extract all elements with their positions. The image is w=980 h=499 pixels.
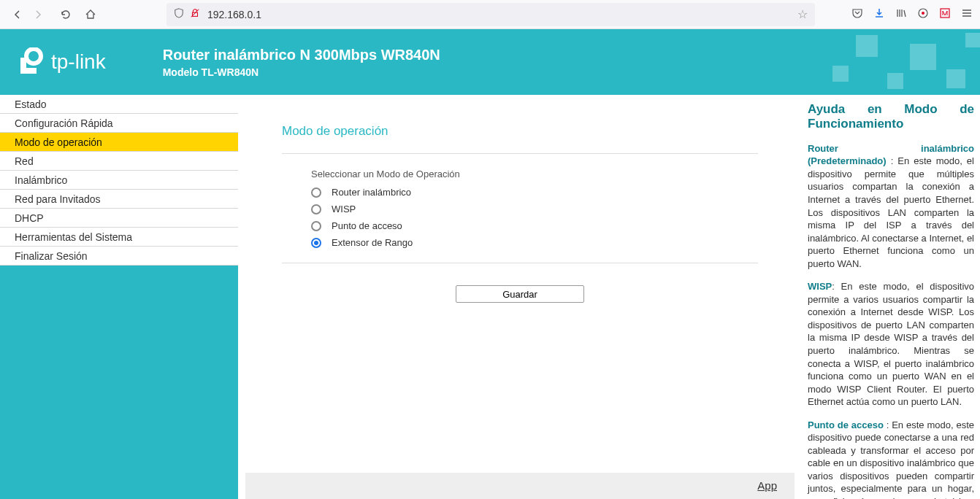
sidebar-item-label: DHCP xyxy=(15,212,44,224)
sidebar-item-label: Finalizar Sesión xyxy=(15,250,88,262)
sidebar: Estado Configuración Rápida Modo de oper… xyxy=(0,95,238,499)
browser-toolbar: 192.168.0.1 ☆ xyxy=(0,0,980,29)
footer-bar xyxy=(245,473,795,499)
help-text: : En este modo, el dispositivo permite q… xyxy=(808,155,974,268)
brand-logo: tp-link xyxy=(16,47,106,77)
main-panel: Modo de operación Seleccionar un Modo de… xyxy=(245,95,795,499)
radio-punto-acceso[interactable]: Punto de acceso xyxy=(311,220,758,231)
divider xyxy=(282,263,758,263)
tp-link-logo-icon xyxy=(16,47,45,77)
sidebar-item-label: Herramientas del Sistema xyxy=(15,231,132,243)
download-icon[interactable] xyxy=(873,7,885,21)
radio-label: Extensor de Rango xyxy=(332,237,413,248)
radio-icon xyxy=(311,187,321,198)
help-paragraph: WISP: En este modo, el dispositivo permi… xyxy=(808,280,974,408)
sidebar-item-configuracion-rapida[interactable]: Configuración Rápida xyxy=(0,114,238,133)
help-paragraph: Router inalámbrico (Predeterminado) : En… xyxy=(808,142,974,270)
form-label: Seleccionar un Modo de Operación xyxy=(311,169,758,179)
header-title: Router inalámbrico N 300Mbps WR840N xyxy=(163,47,440,63)
svg-rect-7 xyxy=(20,68,37,74)
back-button[interactable] xyxy=(7,4,28,25)
svg-point-5 xyxy=(26,49,41,63)
insecure-lock-icon xyxy=(190,8,200,20)
radio-label: Router inalámbrico xyxy=(332,187,411,198)
save-button[interactable]: Guardar xyxy=(456,285,584,303)
sidebar-item-finalizar-sesion[interactable]: Finalizar Sesión xyxy=(0,247,238,266)
sidebar-item-estado[interactable]: Estado xyxy=(0,95,238,114)
library-icon[interactable] xyxy=(895,7,907,21)
app-link[interactable]: App xyxy=(757,479,777,492)
radio-label: WISP xyxy=(332,204,356,214)
forward-button[interactable] xyxy=(28,4,48,25)
reload-button[interactable] xyxy=(55,4,76,25)
radio-router-inalambrico[interactable]: Router inalámbrico xyxy=(311,187,758,198)
sidebar-item-herramientas[interactable]: Herramientas del Sistema xyxy=(0,228,238,247)
sidebar-item-inalambrico[interactable]: Inalámbrico xyxy=(0,171,238,190)
help-text: : En este modo, el dispositivo permite a… xyxy=(808,281,974,407)
radio-icon xyxy=(311,204,321,214)
radio-icon xyxy=(311,238,321,248)
help-title: Ayuda en Modo de Funcionamiento xyxy=(808,102,974,132)
radio-extensor-rango[interactable]: Extensor de Rango xyxy=(311,237,758,248)
url-value: 192.168.0.1 xyxy=(207,9,797,20)
sidebar-item-label: Modo de operación xyxy=(15,136,102,148)
hamburger-menu-icon[interactable] xyxy=(961,7,973,21)
sidebar-item-red[interactable]: Red xyxy=(0,152,238,171)
sidebar-item-red-invitados[interactable]: Red para Invitados xyxy=(0,190,238,209)
sidebar-item-label: Red para Invitados xyxy=(15,193,101,205)
panel-title: Modo de operación xyxy=(282,124,758,139)
header-decoration xyxy=(797,29,980,95)
extension-icon-2[interactable] xyxy=(939,7,951,21)
svg-rect-4 xyxy=(941,9,949,18)
home-button[interactable] xyxy=(80,4,101,25)
bookmark-star-icon[interactable]: ☆ xyxy=(797,7,808,21)
extension-icon-1[interactable] xyxy=(917,7,929,21)
radio-wisp[interactable]: WISP xyxy=(311,204,758,214)
sidebar-item-label: Configuración Rápida xyxy=(15,117,113,129)
brand-text: tp-link xyxy=(51,50,106,74)
sidebar-item-label: Estado xyxy=(15,98,47,110)
radio-icon xyxy=(311,221,321,231)
help-panel: Ayuda en Modo de Funcionamiento Router i… xyxy=(802,95,980,499)
sidebar-item-modo-operacion[interactable]: Modo de operación xyxy=(0,133,238,152)
help-keyword: WISP xyxy=(808,281,832,292)
svg-point-3 xyxy=(922,12,925,15)
page-header: tp-link Router inalámbrico N 300Mbps WR8… xyxy=(0,29,980,95)
browser-right-icons xyxy=(851,7,973,21)
shield-icon xyxy=(174,8,184,20)
radio-label: Punto de acceso xyxy=(332,220,402,231)
divider xyxy=(282,153,758,154)
help-paragraph: Punto de acceso : En este modo, este dis… xyxy=(808,419,974,499)
url-bar[interactable]: 192.168.0.1 ☆ xyxy=(166,3,815,26)
pocket-icon[interactable] xyxy=(851,7,863,21)
help-text: : En este modo, este dispositivo puede c… xyxy=(808,419,974,499)
header-subtitle: Modelo TL-WR840N xyxy=(163,66,440,78)
help-keyword: Punto de acceso xyxy=(808,419,884,430)
sidebar-item-label: Inalámbrico xyxy=(15,174,67,186)
sidebar-item-dhcp[interactable]: DHCP xyxy=(0,209,238,228)
sidebar-item-label: Red xyxy=(15,155,34,167)
